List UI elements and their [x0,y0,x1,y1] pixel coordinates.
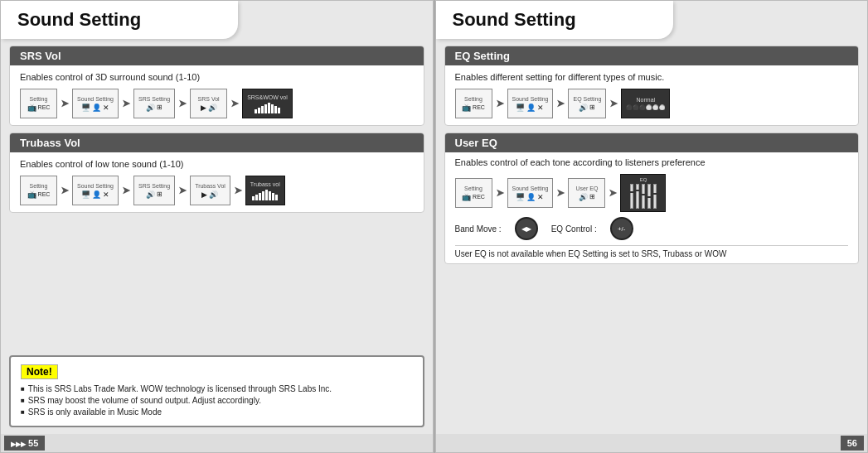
bar-1 [255,109,257,113]
trubass-nav-setting-label: Setting [30,183,48,189]
eq-nav-eq-label: EQ Setting [573,96,601,102]
rec2-icon: REC [38,191,51,197]
tbar-3 [259,193,261,200]
bar-7 [274,106,277,113]
right-page-footer: 56 [436,434,868,452]
eq-control-dial[interactable]: +/- [610,217,633,240]
user-eq-nav: Setting 📺 REC ➤ Sound Setting 🖥️ 👤 ✕ [455,174,849,212]
monitor3-icon: 🖥️ [516,104,525,112]
tv-icon: 📺 [27,104,36,112]
monitor-icon: 🖥️ [81,104,90,112]
trubass-nav-sound-icons: 🖥️ 👤 ✕ [81,190,109,199]
ueq-nav-eq-label: User EQ [576,186,599,191]
left-page-num: ▶▶▶ 55 [4,436,45,451]
tbar-2 [255,195,258,200]
dot2: ⚫ [633,104,638,110]
eq-nav-sound-label: Sound Setting [512,96,549,102]
bar-4 [264,104,267,113]
person2-icon: 👤 [92,190,101,199]
srs-bar-display [255,102,280,113]
srs-nav-srs-label: SRS Setting [138,96,170,102]
note-item-1: This is SRS Labs Trade Mark. WOW technol… [21,384,413,393]
speaker2-icon: 🔊 [146,190,155,199]
srs-nav-setting-label: Setting [30,96,48,102]
trubass-nav-vol: Trubass Vol ▶ 🔊 [190,176,230,205]
speaker4-icon: 🔊 [579,193,588,201]
eq-nav-normal: Normal ⚫ ⚫ ⚫ ⚪ ⚪ ⚪ [621,89,670,118]
srs-nav-sound: Sound Setting 🖥️ 👤 ✕ [72,89,119,118]
ueq-nav-sliders: EQ [620,174,666,212]
eq-nav-setting-icons: 📺 REC [462,104,485,112]
trubass-nav-srs: SRS Setting 🔊 ⊞ [133,176,175,205]
trubass-bar-display [252,189,278,200]
eq-nav-setting-label: Setting [464,96,482,102]
eq-setting-section: EQ Setting Enables different setting for… [444,46,860,126]
play-icon: ▶ [201,104,206,112]
eq-nav-normal-label: Normal [637,97,656,103]
tv2-icon: 📺 [27,190,36,199]
ueq-nav-setting-label: Setting [464,186,482,191]
srs-nav-vol-label: SRS Vol [198,96,220,102]
right-page: Sound Setting EQ Setting Enables differe… [435,0,869,453]
ueq-nav-eq: User EQ 🔊 ⊞ [568,178,605,208]
ueq-nav-setting: Setting 📺 REC [455,178,492,208]
ueq-nav-eq-icons: 🔊 ⊞ [579,193,595,201]
ueq-nav-sound: Sound Setting 🖥️ 👤 ✕ [507,178,554,208]
eq-control-inner: +/- [618,225,626,233]
grid-icon: ⊞ [157,104,162,111]
arrow-4: ➤ [230,98,239,109]
ueq-nav-sliders-label: EQ [640,177,647,182]
note-item-3: SRS is only available in Music Mode [21,407,413,417]
trubass-nav-setting: Setting 📺 REC [20,176,57,205]
right-page-content: EQ Setting Enables different setting for… [436,46,868,434]
person4-icon: 👤 [526,193,536,201]
tbar-5 [265,190,268,200]
srs-nav-sound-icons: 🖥️ 👤 ✕ [81,104,109,112]
ueq-arrow-2: ➤ [556,187,565,199]
left-page-footer: ▶▶▶ 55 [1,434,433,452]
trubass-nav-vol-icons: ▶ 🔊 [201,190,218,199]
play2-icon: ▶ [201,190,207,199]
person-icon: 👤 [92,104,101,112]
band-move-inner: ◀▶ [521,225,531,233]
ueq-nav-setting-icons: 📺 REC [462,193,485,201]
left-page: Sound Setting SRS Vol Enables control of… [0,0,434,453]
note-section: Note! This is SRS Labs Trade Mark. WOW t… [9,355,424,427]
srs-nav-srs: SRS Setting 🔊 ⊞ [133,89,175,118]
arrow-3: ➤ [178,98,187,109]
band-move-area: Band Move : ◀▶ EQ Control : +/- [455,217,849,240]
band-move-label: Band Move : [455,224,502,234]
monitor2-icon: 🖥️ [81,190,90,199]
eq-setting-header: EQ Setting [445,46,859,65]
left-title-bar: Sound Setting [1,1,238,39]
srs-nav-wow: SRS&WOW vol [242,89,293,118]
grid4-icon: ⊞ [589,193,595,200]
eq-control-label: EQ Control : [551,224,597,234]
dot1: ⚫ [626,104,632,110]
vol2-icon: 🔊 [209,190,218,199]
srs-nav-setting: Setting 📺 REC [20,89,57,118]
trubass-nav-srs-icons: 🔊 ⊞ [146,190,162,199]
eq-nav-normal-icons: ⚫ ⚫ ⚫ ⚪ ⚪ ⚪ [626,104,665,110]
trubass-nav-sound: Sound Setting 🖥️ 👤 ✕ [72,176,119,205]
srs-nav-wow-label: SRS&WOW vol [247,94,288,100]
eq-arrow-1: ➤ [496,98,504,109]
x2-icon: ✕ [103,190,109,199]
t-arrow-3: ➤ [178,185,187,196]
note-header: Note! [21,364,58,379]
eq-s5 [653,184,657,209]
trubass-vol-header: Trubass Vol [10,133,424,152]
eq-nav-eq-icons: 🔊 ⊞ [579,104,595,112]
ueq-arrow-1: ➤ [496,187,504,199]
srs-vol-header: SRS Vol [10,46,424,65]
user-eq-desc: Enables control of each tone according t… [455,157,849,167]
band-move-control[interactable]: ◀▶ [515,217,538,240]
eq-arrow-3: ➤ [609,98,618,109]
tbar-7 [272,193,274,200]
bar-8 [278,108,280,113]
speaker-icon: 🔊 [146,104,155,112]
trubass-nav-srs-label: SRS Setting [138,183,170,189]
trubass-nav-result: Trubass vol [245,176,285,205]
srs-nav-vol: SRS Vol ▶ 🔊 [190,89,227,118]
dot6: ⚪ [659,104,665,110]
